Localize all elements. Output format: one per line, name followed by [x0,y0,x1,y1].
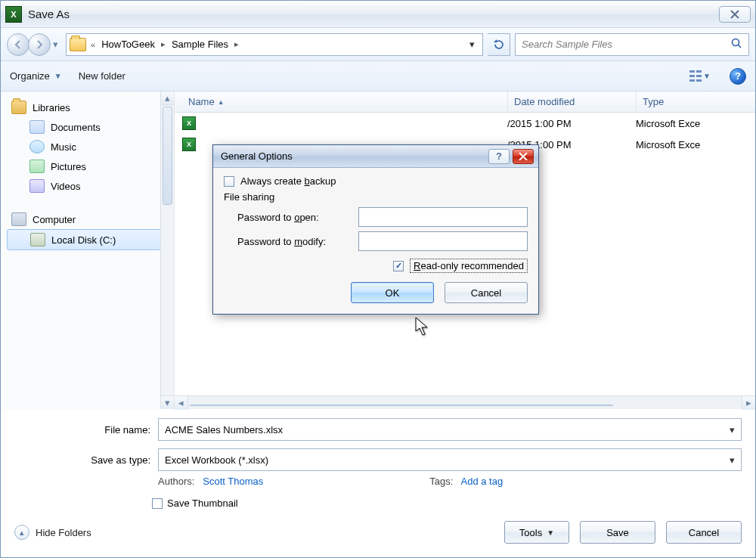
always-backup-row: Always create backup [224,175,528,187]
svg-line-1 [739,45,742,48]
recent-locations-button[interactable]: ▾ [49,33,61,56]
nav-group-libraries[interactable]: Libraries [7,98,171,117]
search-placeholder: Search Sample Files [522,39,612,50]
authors-value[interactable]: Scott Thomas [203,476,263,487]
xlsx-icon: X [182,116,196,130]
metadata-row: Authors: Scott Thomas Tags: Add a tag [1,471,755,487]
horizontal-scrollbar[interactable]: ◂ ▸ [175,395,755,409]
footer: ▴ Hide Folders Tools ▼ Save Cancel [1,509,755,557]
forward-button[interactable] [28,33,51,56]
nav-item-local-disk[interactable]: Local Disk (C:) [7,229,171,250]
file-name-input[interactable]: ACME Sales Numbers.xlsx ▾ [158,418,742,441]
column-name[interactable]: Name ▲ [182,91,507,112]
nav-item-music[interactable]: Music [7,137,171,157]
tags-label: Tags: [429,476,453,487]
save-thumbnail-row: Save Thumbnail [1,487,755,509]
nav-item-documents[interactable]: Documents [7,117,171,137]
general-options-dialog: General Options ? Always create backup F… [212,144,539,315]
password-modify-input[interactable] [358,231,528,251]
caret-down-icon: ▼ [547,529,554,537]
organize-button[interactable]: Organize ▼ [10,70,62,82]
scroll-right-button[interactable]: ▸ [742,396,755,410]
address-bar[interactable]: « HowToGeek ▸ Sample Files ▸ ▾ [66,33,483,56]
dialog-cancel-button[interactable]: Cancel [445,282,528,303]
dialog-close-button[interactable] [513,149,534,164]
save-button[interactable]: Save [580,521,655,544]
save-thumbnail-label[interactable]: Save Thumbnail [167,498,238,509]
nav-item-pictures[interactable]: Pictures [7,157,171,176]
read-only-checkbox[interactable]: ✓ [393,261,404,271]
save-as-type-select[interactable]: Excel Workbook (*.xlsx) ▾ [158,448,742,471]
password-open-row: Password to open: [237,207,528,227]
libraries-icon [11,101,26,114]
password-modify-label: Password to modify: [237,236,351,247]
tags-value[interactable]: Add a tag [461,476,503,487]
address-dropdown[interactable]: ▾ [465,39,479,50]
dialog-body: Always create backup File sharing Passwo… [213,168,538,314]
scroll-thumb[interactable] [163,107,172,205]
documents-icon [29,120,45,134]
toolbar: Organize ▼ New folder ▼ ? [1,61,755,91]
caret-down-icon: ▼ [54,72,62,80]
new-folder-button[interactable]: New folder [79,70,125,82]
dialog-title: General Options [218,150,485,162]
window-title: Save As [28,8,719,20]
dialog-help-button[interactable]: ? [488,149,510,164]
breadcrumb-item[interactable]: HowToGeek [98,37,158,51]
always-backup-label[interactable]: Always create backup [240,175,336,187]
scroll-down-button[interactable]: ▾ [161,395,174,409]
nav-buttons: ▾ [7,33,61,56]
window-close-button[interactable] [719,6,751,23]
breadcrumb-item[interactable]: Sample Files [169,37,231,51]
file-name-label: File name: [14,424,150,436]
dialog-titlebar: General Options ? [213,145,538,168]
password-open-input[interactable] [358,207,528,227]
hide-folders-button[interactable]: ▴ Hide Folders [14,525,91,540]
help-button[interactable]: ? [730,68,746,85]
chevron-right-icon: ▸ [161,39,166,49]
scroll-thumb[interactable] [190,405,613,406]
save-form: File name: ACME Sales Numbers.xlsx ▾ Sav… [1,409,755,471]
xlsx-icon: X [182,138,196,151]
new-folder-label: New folder [79,70,125,82]
read-only-row: ✓ Read-only recommended [224,259,528,273]
cancel-button[interactable]: Cancel [666,521,742,544]
view-options-button[interactable]: ▼ [687,67,713,85]
chevron-right-icon: ▸ [234,39,239,49]
caret-down-icon[interactable]: ▾ [730,424,735,436]
back-button[interactable] [7,33,29,56]
caret-down-icon: ▼ [703,72,711,80]
table-row[interactable]: X /2015 1:00 PM Microsoft Exce [175,113,755,134]
authors-label: Authors: [158,476,194,487]
breadcrumb: « HowToGeek ▸ Sample Files ▸ [91,37,460,51]
view-grid-icon [689,70,702,82]
chevron-up-icon: ▴ [14,525,29,540]
password-open-label: Password to open: [237,212,351,223]
column-type[interactable]: Type [636,91,755,112]
nav-scrollbar[interactable]: ▴ ▾ [160,91,174,409]
password-modify-row: Password to modify: [237,231,528,251]
pictures-icon [29,160,45,173]
close-icon [519,153,528,160]
search-input[interactable]: Search Sample Files [515,33,749,56]
always-backup-checkbox[interactable] [224,176,234,187]
arrow-right-icon [35,40,44,49]
dialog-actions: OK Cancel [224,282,528,303]
save-thumbnail-checkbox[interactable] [152,498,163,509]
column-date-modified[interactable]: Date modified [507,91,636,112]
read-only-label[interactable]: Read-only recommended [410,259,528,273]
close-icon [730,10,740,19]
music-icon [29,140,45,153]
nav-pane: Libraries Documents Music Pictures Video… [1,91,175,409]
svg-point-0 [733,39,739,46]
scroll-left-button[interactable]: ◂ [175,396,188,410]
caret-down-icon[interactable]: ▾ [730,454,735,466]
tools-button[interactable]: Tools ▼ [504,521,569,544]
column-header: Name ▲ Date modified Type [175,91,755,113]
nav-group-computer[interactable]: Computer [7,209,171,229]
nav-item-videos[interactable]: Videos [7,176,171,196]
scroll-up-button[interactable]: ▴ [161,91,174,105]
ok-button[interactable]: OK [351,282,434,303]
arrow-left-icon [14,40,23,49]
refresh-button[interactable] [488,33,510,56]
